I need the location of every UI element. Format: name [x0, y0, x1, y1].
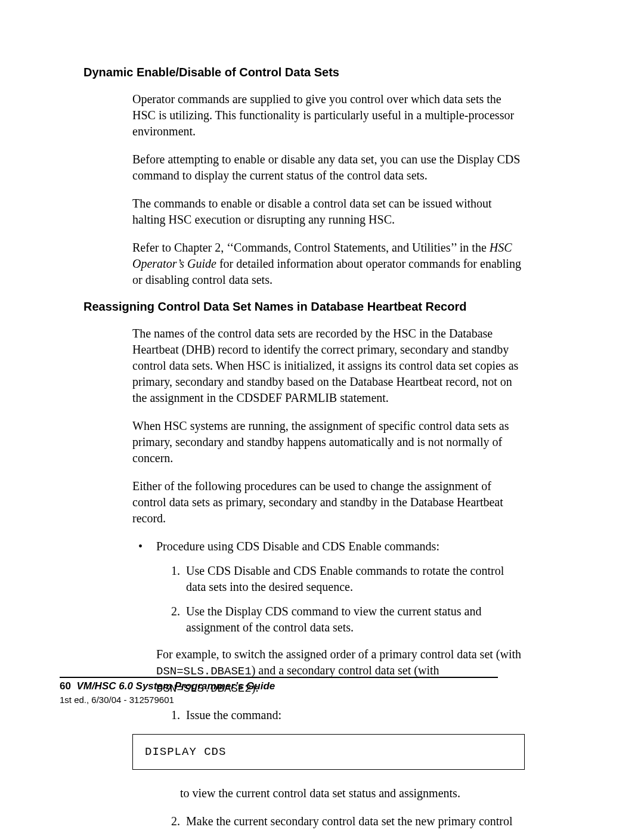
step-1-text: Use CDS Disable and CDS Enable commands … — [186, 563, 525, 595]
substep-1-text: Issue the command: — [186, 707, 525, 723]
example-mid: ) and a secondary control data set (with — [252, 664, 439, 677]
substep-2-text: Make the current secondary control data … — [186, 813, 525, 833]
step-1-marker: 1. — [144, 563, 186, 595]
substep-1-after: to view the current control data set sta… — [180, 785, 525, 801]
bullet-marker: • — [132, 538, 156, 555]
footer: 60 VM/HSC 6.0 System Programmer’s Guide … — [60, 680, 275, 705]
footer-rule — [60, 677, 498, 678]
footer-edition: 1st ed., 6/30/04 - 312579601 — [60, 695, 275, 705]
para-s1-2: Before attempting to enable or disable a… — [132, 151, 525, 184]
step-2-marker: 2. — [144, 603, 186, 636]
para-s2-3: Either of the following procedures can b… — [132, 478, 525, 527]
substep-1: 1. Issue the command: — [144, 707, 525, 723]
substep-2: 2. Make the current secondary control da… — [144, 813, 525, 833]
para-s2-1: The names of the control data sets are r… — [132, 326, 525, 406]
footer-line1: 60 VM/HSC 6.0 System Programmer’s Guide — [60, 680, 275, 692]
bullet-text: Procedure using CDS Disable and CDS Enab… — [156, 538, 525, 555]
para-s1-3: The commands to enable or disable a cont… — [132, 196, 525, 228]
step-2-text: Use the Display CDS command to view the … — [186, 603, 525, 636]
numbered-steps: 1. Use CDS Disable and CDS Enable comman… — [144, 563, 525, 636]
page-number: 60 — [60, 680, 71, 692]
section2-body: The names of the control data sets are r… — [132, 326, 525, 723]
substep-2-marker: 2. — [144, 813, 186, 833]
example-code1: DSN=SLS.DBASE1 — [156, 665, 252, 678]
step-1: 1. Use CDS Disable and CDS Enable comman… — [144, 563, 525, 595]
page: Dynamic Enable/Disable of Control Data S… — [0, 0, 644, 833]
code-box-display-cds: DISPLAY CDS — [132, 734, 525, 770]
para-s2-2: When HSC systems are running, the assign… — [132, 418, 525, 466]
example-pre: For example, to switch the assigned orde… — [156, 648, 521, 661]
section2-body-cont: to view the current control data set sta… — [132, 785, 525, 833]
step-2: 2. Use the Display CDS command to view t… — [144, 603, 525, 636]
heading-dynamic-enable-disable: Dynamic Enable/Disable of Control Data S… — [83, 66, 525, 79]
section1-body: Operator commands are supplied to give y… — [132, 91, 525, 288]
para-s1-4: Refer to Chapter 2, ‘‘Commands, Control … — [132, 240, 525, 288]
heading-reassigning-cds-names: Reassigning Control Data Set Names in Da… — [83, 300, 525, 314]
bullet-procedure: • Procedure using CDS Disable and CDS En… — [132, 538, 525, 555]
content-area: Dynamic Enable/Disable of Control Data S… — [83, 66, 525, 833]
para-s1-4-pre: Refer to Chapter 2, ‘‘Commands, Control … — [132, 241, 490, 254]
footer-title: VM/HSC 6.0 System Programmer’s Guide — [76, 680, 275, 692]
substep-1-marker: 1. — [144, 707, 186, 723]
para-s1-1: Operator commands are supplied to give y… — [132, 91, 525, 140]
